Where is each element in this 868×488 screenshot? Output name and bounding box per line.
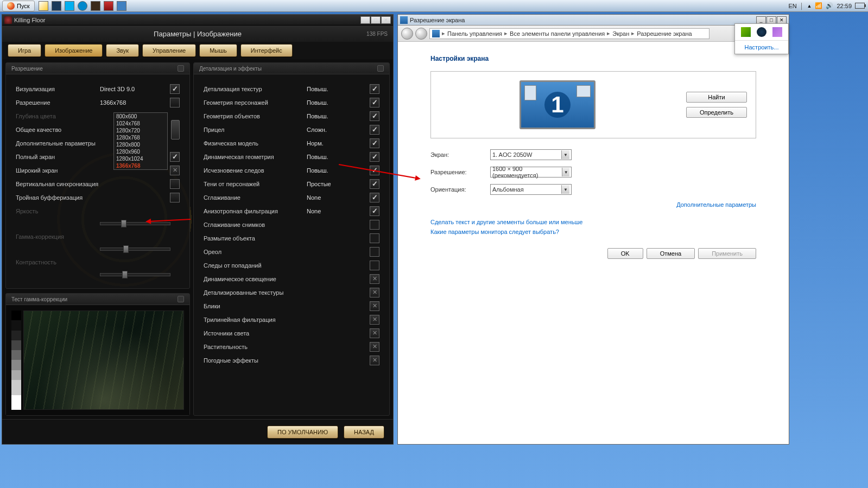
scroll-quality[interactable] (171, 120, 180, 140)
sel-shadows[interactable] (370, 179, 379, 189)
sel-char-geom[interactable] (370, 98, 379, 107)
sel-tex-detail[interactable] (370, 84, 379, 94)
back-button[interactable]: НАЗАД (344, 426, 384, 439)
find-button[interactable]: Найти (686, 92, 747, 103)
start-button[interactable]: Пуск (2, 1, 35, 11)
language-indicator[interactable]: EN (788, 3, 796, 9)
cp-minimize-button[interactable]: _ (756, 16, 766, 24)
taskbar-app-skype[interactable] (65, 1, 74, 11)
tab-image[interactable]: Изображение (45, 44, 103, 57)
resolution-dropdown-list[interactable]: 800x600 1024x768 1280x720 1280x768 1280x… (113, 112, 168, 170)
volume-icon[interactable]: 🔊 (826, 2, 833, 9)
taskbar-app-6[interactable] (104, 1, 113, 11)
panel-header-gamma[interactable]: Тест гамма-коррекции (6, 294, 189, 305)
res-option[interactable]: 1280x960 (114, 148, 167, 155)
cp-close-button[interactable]: ✕ (777, 16, 787, 24)
label-trilinear: Трилинейная фильтрация (204, 316, 345, 323)
tab-game[interactable]: Игра (8, 44, 41, 57)
sel-dyn-geom[interactable] (370, 152, 379, 162)
chk-foliage[interactable] (370, 342, 379, 352)
select-screen[interactable]: 1. AOC 2050W▼ (490, 149, 572, 160)
panel-header-resolution[interactable]: Разрешение (6, 63, 189, 74)
sel-aa[interactable] (370, 193, 379, 202)
taskbar-app-5[interactable] (91, 1, 100, 11)
label-physics: Физическая модель (204, 140, 307, 147)
slider-gamma[interactable] (100, 248, 170, 251)
dropdown-rendering[interactable] (170, 84, 180, 94)
res-option[interactable]: 800x600 (114, 113, 167, 120)
res-option[interactable]: 1024x768 (114, 120, 167, 127)
titlebar-cp[interactable]: Разрешение экрана _ □ ✕ (398, 15, 789, 26)
taskbar-app-yandex[interactable] (39, 1, 48, 11)
chk-trilinear[interactable] (370, 315, 379, 325)
breadcrumb[interactable]: ▸ Панель управления▸ Все элементы панели… (429, 28, 709, 39)
crumb-3[interactable]: Экран (612, 30, 629, 37)
taskbar-app-telegram[interactable] (78, 1, 87, 11)
detect-button[interactable]: Определить (686, 107, 747, 118)
nav-back-button[interactable] (401, 28, 413, 40)
chk-hitmarks[interactable] (370, 261, 379, 270)
res-option[interactable]: 1280x800 (114, 141, 167, 148)
tab-control[interactable]: Управление (142, 44, 196, 57)
configure-link[interactable]: Настроить... (735, 41, 788, 54)
label-rendering: Визуализация (16, 86, 100, 92)
nav-forward-button[interactable] (415, 28, 427, 40)
select-resolution[interactable]: 1600 × 900 (рекомендуется)▼ (490, 167, 572, 178)
apply-button[interactable]: Применить (698, 248, 756, 259)
label-crosshair: Прицел (204, 126, 307, 133)
link-text-size[interactable]: Сделать текст и другие элементы больше и… (430, 219, 756, 225)
tray-expand-icon[interactable]: ▲ (807, 3, 812, 9)
network-icon[interactable]: 📶 (815, 2, 822, 9)
battery-icon[interactable] (855, 3, 865, 9)
clock[interactable]: 22:59 (837, 3, 852, 9)
res-option-selected[interactable]: 1366x768 (114, 162, 167, 169)
checkbox-widescreen[interactable] (170, 166, 180, 175)
dropdown-resolution[interactable] (170, 98, 180, 107)
advanced-link[interactable]: Дополнительные параметры (676, 201, 756, 208)
res-option[interactable]: 1280x768 (114, 134, 167, 141)
crumb-1[interactable]: Панель управления (447, 30, 502, 37)
slider-brightness[interactable] (100, 222, 170, 225)
crumb-2[interactable]: Все элементы панели управления (510, 30, 605, 37)
monitor-preview[interactable]: 1 (519, 80, 595, 129)
close-button[interactable]: ✕ (381, 16, 391, 24)
res-option[interactable]: 1280x720 (114, 127, 167, 134)
tab-mouse[interactable]: Мышь (199, 44, 237, 57)
sel-obj-geom[interactable] (370, 111, 379, 121)
tab-interface[interactable]: Интерфейс (240, 44, 293, 57)
ok-button[interactable]: OK (607, 248, 643, 259)
chk-screenshot-aa[interactable] (370, 220, 379, 230)
panel-header-detail[interactable]: Детализация и эффекты (194, 63, 389, 74)
cp-maximize-button[interactable]: □ (766, 16, 776, 24)
titlebar-game[interactable]: Killing Floor _ □ ✕ (2, 15, 393, 26)
checkbox-fullscreen[interactable] (170, 152, 180, 162)
link-monitor-help[interactable]: Какие параметры монитора следует выбрать… (430, 229, 756, 235)
taskbar-app-photoshop[interactable] (52, 1, 61, 11)
default-button[interactable]: ПО УМОЛЧАНИЮ (267, 426, 338, 439)
checkbox-vsync[interactable] (170, 179, 180, 189)
sel-aniso[interactable] (370, 206, 379, 216)
crumb-4[interactable]: Разрешение экрана (637, 30, 692, 37)
cancel-button[interactable]: Отмена (647, 248, 695, 259)
maximize-button[interactable]: □ (371, 16, 381, 24)
sel-physics[interactable] (370, 138, 379, 148)
chk-weather[interactable] (370, 356, 379, 365)
chk-det-tex[interactable] (370, 288, 379, 297)
select-orientation[interactable]: Альбомная▼ (490, 184, 572, 195)
sel-crosshair[interactable] (370, 125, 379, 135)
chk-light-src[interactable] (370, 328, 379, 338)
nvidia-icon[interactable] (741, 27, 751, 37)
chk-blur[interactable] (370, 233, 379, 243)
steam-icon[interactable] (757, 27, 766, 37)
res-option[interactable]: 1280x1024 (114, 155, 167, 162)
chk-glare[interactable] (370, 301, 379, 311)
checkbox-triple[interactable] (170, 193, 180, 202)
taskbar-app-7[interactable] (117, 1, 126, 11)
minimize-button[interactable]: _ (360, 16, 370, 24)
label-weather: Погодные эффекты (204, 357, 345, 364)
tablet-icon[interactable] (772, 27, 782, 37)
chk-halo[interactable] (370, 247, 379, 257)
chk-dyn-light[interactable] (370, 274, 379, 284)
slider-contrast[interactable] (100, 273, 170, 276)
tab-sound[interactable]: Звук (106, 44, 139, 57)
